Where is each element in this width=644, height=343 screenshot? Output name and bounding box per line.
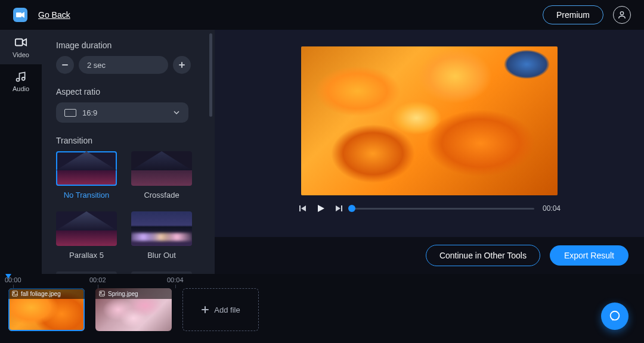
timeline-ruler[interactable]: 00:00 00:02 00:04: [0, 274, 644, 288]
skip-forward-button[interactable]: [334, 204, 343, 213]
add-file-button[interactable]: Add file: [182, 288, 259, 331]
svg-rect-9: [341, 205, 342, 211]
transition-crossfade[interactable]: Crossfade: [131, 151, 192, 199]
svg-rect-7: [181, 62, 182, 68]
timeline-clip[interactable]: fall foliage.jpeg: [8, 288, 85, 331]
timeline: 00:00 00:02 00:04 fall foliage.jpeg Spri…: [0, 274, 644, 343]
svg-rect-10: [13, 291, 17, 296]
seek-bar[interactable]: [352, 208, 534, 210]
timeline-clip[interactable]: Spring.jpeg: [95, 288, 172, 331]
transition-label: Transition: [56, 136, 208, 145]
plus-icon: [178, 61, 185, 68]
image-icon: [12, 291, 18, 297]
svg-point-4: [22, 77, 25, 80]
continue-other-tools-button[interactable]: Continue in Other Tools: [426, 245, 540, 266]
transition-label-text: Parallax 5: [69, 251, 104, 260]
play-button[interactable]: [316, 204, 326, 213]
svg-rect-15: [205, 306, 206, 313]
aspect-ratio-value: 16:9: [82, 108, 97, 117]
image-icon: [99, 291, 105, 297]
video-icon: [14, 36, 27, 49]
rail-video[interactable]: Video: [0, 30, 42, 64]
skip-back-icon: [299, 204, 307, 213]
export-result-button[interactable]: Export Result: [550, 245, 628, 266]
minus-icon: [61, 61, 69, 68]
transition-parallax-5[interactable]: Parallax 5: [56, 211, 117, 260]
clip-filename: fall foliage.jpeg: [21, 291, 61, 297]
svg-rect-12: [100, 291, 104, 296]
svg-point-11: [14, 292, 15, 294]
duration-increase-button[interactable]: [173, 56, 191, 74]
skip-back-button[interactable]: [298, 204, 308, 213]
rail-audio-label: Audio: [13, 85, 29, 92]
transition-label-text: No Transition: [64, 191, 110, 199]
transition-label-text: Crossfade: [144, 191, 179, 199]
help-fab[interactable]: [601, 303, 628, 330]
tool-rail: Video Audio: [0, 30, 42, 274]
preview-stage: 00:04: [215, 30, 644, 237]
aspect-rect-icon: [64, 109, 76, 117]
play-icon: [316, 204, 326, 213]
user-icon: [617, 10, 627, 20]
transition-label-text: Blur Out: [147, 251, 176, 260]
rail-audio[interactable]: Audio: [0, 64, 42, 99]
music-note-icon: [15, 71, 27, 83]
go-back-link[interactable]: Go Back: [38, 10, 70, 20]
svg-point-3: [17, 79, 20, 82]
svg-point-1: [620, 12, 623, 15]
duration-field[interactable]: 2 sec: [79, 56, 168, 74]
app-logo: [13, 8, 27, 22]
transition-blur-out[interactable]: Blur Out: [131, 211, 192, 260]
aspect-ratio-label: Aspect ratio: [56, 87, 208, 96]
ruler-tick: 00:00: [5, 276, 21, 283]
svg-point-13: [101, 292, 102, 294]
svg-rect-5: [62, 64, 68, 66]
transition-no-transition[interactable]: No Transition: [56, 151, 117, 199]
rail-video-label: Video: [13, 51, 29, 58]
total-time: 00:04: [543, 204, 561, 213]
premium-button[interactable]: Premium: [543, 5, 603, 24]
svg-rect-8: [299, 205, 301, 211]
skip-forward-icon: [335, 204, 343, 213]
svg-point-16: [611, 311, 620, 320]
clip-filename: Spring.jpeg: [108, 291, 138, 297]
image-duration-label: Image duration: [56, 40, 208, 50]
duration-decrease-button[interactable]: [56, 56, 74, 74]
svg-rect-0: [16, 13, 21, 17]
chevron-down-icon: [173, 109, 180, 116]
svg-rect-2: [16, 39, 23, 46]
plus-icon: [201, 305, 209, 314]
ruler-tick: 00:02: [89, 276, 106, 283]
aspect-ratio-select[interactable]: 16:9: [56, 102, 188, 123]
add-file-label: Add file: [214, 305, 240, 314]
settings-panel: Image duration 2 sec Aspect ratio 16:9 T…: [42, 30, 215, 274]
seek-knob[interactable]: [348, 205, 355, 212]
preview-image: [301, 46, 558, 195]
chat-icon: [608, 310, 621, 323]
account-avatar[interactable]: [613, 6, 631, 24]
ruler-tick: 00:04: [167, 276, 184, 283]
